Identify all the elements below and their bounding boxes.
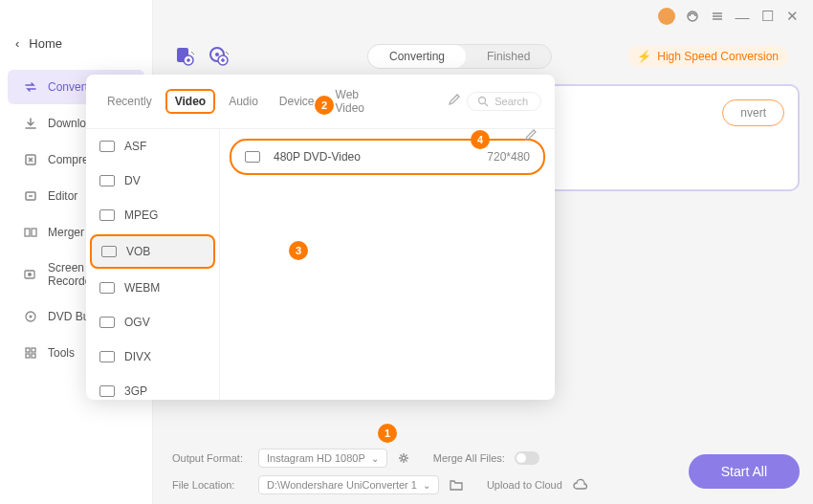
preset-name: 480P DVD-Video xyxy=(274,150,361,164)
output-format-value: Instagram HD 1080P xyxy=(267,452,365,464)
svg-rect-11 xyxy=(26,354,30,358)
edit-file-icon[interactable] xyxy=(448,93,461,110)
back-icon: ‹ xyxy=(15,36,19,51)
svg-rect-9 xyxy=(26,348,30,352)
high-speed-label: High Speed Conversion xyxy=(657,50,779,63)
format-icon xyxy=(99,209,115,221)
format-divx[interactable]: DIVX xyxy=(86,340,219,374)
file-location-label: File Location: xyxy=(172,479,249,491)
format-list[interactable]: ASF DV MPEG VOB WEBM OGV DIVX 3GP xyxy=(86,129,220,400)
status-tabs: Converting Finished xyxy=(367,44,552,69)
sidebar-item-label: Tools xyxy=(48,346,75,360)
format-mpeg[interactable]: MPEG xyxy=(86,198,219,232)
edit-preset-icon[interactable] xyxy=(524,129,539,143)
start-all-button[interactable]: Start All xyxy=(689,454,800,489)
output-format-select[interactable]: Instagram HD 1080P ⌄ xyxy=(258,449,387,468)
editor-icon xyxy=(23,188,38,204)
upload-cloud-label: Upload to Cloud xyxy=(487,479,562,491)
search-placeholder: Search xyxy=(494,96,528,107)
convert-button[interactable]: nvert xyxy=(722,99,784,126)
preset-resolution: 720*480 xyxy=(487,150,530,164)
downloader-icon xyxy=(23,116,38,131)
preset-480p-dvd[interactable]: 480P DVD-Video 720*480 xyxy=(230,139,545,175)
format-search[interactable]: Search xyxy=(467,92,541,111)
home-button[interactable]: ‹ Home xyxy=(0,27,152,60)
format-icon xyxy=(99,317,115,328)
svg-point-8 xyxy=(30,316,33,318)
format-icon xyxy=(99,141,115,152)
format-icon xyxy=(99,282,115,294)
sidebar-item-label: Merger xyxy=(48,226,84,239)
tools-icon xyxy=(23,345,38,361)
format-icon xyxy=(99,385,115,397)
svg-point-6 xyxy=(28,273,32,276)
step-badge-1: 1 xyxy=(378,424,397,443)
format-vob[interactable]: VOB xyxy=(90,234,215,269)
tab-audio[interactable]: Audio xyxy=(221,91,266,112)
chevron-down-icon: ⌄ xyxy=(371,453,379,464)
format-asf[interactable]: ASF xyxy=(86,129,219,164)
tab-video[interactable]: Video xyxy=(165,89,215,114)
step-badge-4: 4 xyxy=(471,130,490,149)
search-icon xyxy=(477,96,489,107)
format-icon xyxy=(99,351,115,362)
step-badge-3: 3 xyxy=(289,241,308,260)
settings-icon[interactable] xyxy=(397,451,410,465)
svg-point-19 xyxy=(479,98,486,104)
tab-converting[interactable]: Converting xyxy=(368,45,466,68)
format-3gp[interactable]: 3GP xyxy=(86,374,219,400)
add-file-button[interactable] xyxy=(174,46,195,67)
maximize-button[interactable]: ☐ xyxy=(759,9,775,24)
svg-rect-4 xyxy=(32,229,36,236)
chevron-down-icon: ⌄ xyxy=(423,480,430,491)
compressor-icon xyxy=(23,152,38,167)
merge-toggle[interactable] xyxy=(515,451,539,465)
close-button[interactable]: ✕ xyxy=(784,9,800,24)
sidebar-item-label: Editor xyxy=(48,189,77,203)
tab-finished[interactable]: Finished xyxy=(466,45,551,68)
output-format-label: Output Format: xyxy=(172,452,249,464)
merger-icon xyxy=(23,225,38,240)
tab-web-video[interactable]: Web Video xyxy=(328,84,384,119)
svg-rect-12 xyxy=(32,354,35,358)
format-icon xyxy=(101,246,117,257)
file-location-select[interactable]: D:\Wondershare UniConverter 1 ⌄ xyxy=(258,475,439,494)
svg-point-16 xyxy=(215,53,219,56)
preset-icon xyxy=(245,151,260,163)
format-icon xyxy=(99,175,115,186)
format-dv[interactable]: DV xyxy=(86,164,219,198)
format-webm[interactable]: WEBM xyxy=(86,271,219,305)
dvd-icon xyxy=(23,309,38,324)
high-speed-button[interactable]: ⚡ High Speed Conversion xyxy=(627,46,788,67)
menu-icon[interactable] xyxy=(710,9,725,24)
minimize-button[interactable]: — xyxy=(735,9,750,24)
support-icon[interactable] xyxy=(685,9,700,24)
svg-rect-10 xyxy=(32,348,35,352)
cloud-icon[interactable] xyxy=(572,478,587,492)
user-avatar[interactable] xyxy=(658,8,675,25)
open-folder-icon[interactable] xyxy=(449,478,464,492)
home-label: Home xyxy=(29,36,62,51)
bolt-icon: ⚡ xyxy=(637,50,651,63)
recorder-icon xyxy=(23,267,38,282)
tab-recently[interactable]: Recently xyxy=(99,91,160,112)
format-dropdown: Recently Video Audio Device Web Video Se… xyxy=(86,75,555,400)
svg-rect-3 xyxy=(25,229,30,236)
step-badge-2: 2 xyxy=(315,96,334,115)
merge-label: Merge All Files: xyxy=(433,452,505,464)
svg-point-20 xyxy=(402,456,406,460)
add-dvd-button[interactable] xyxy=(209,46,230,67)
format-ogv[interactable]: OGV xyxy=(86,305,219,340)
converter-icon xyxy=(23,79,38,95)
file-location-value: D:\Wondershare UniConverter 1 xyxy=(267,479,417,491)
